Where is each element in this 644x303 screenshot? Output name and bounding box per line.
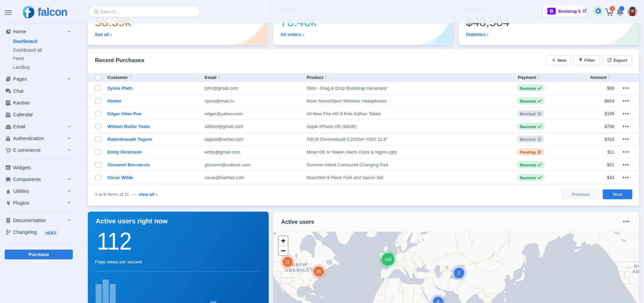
svg-text:B: B [550,8,553,14]
